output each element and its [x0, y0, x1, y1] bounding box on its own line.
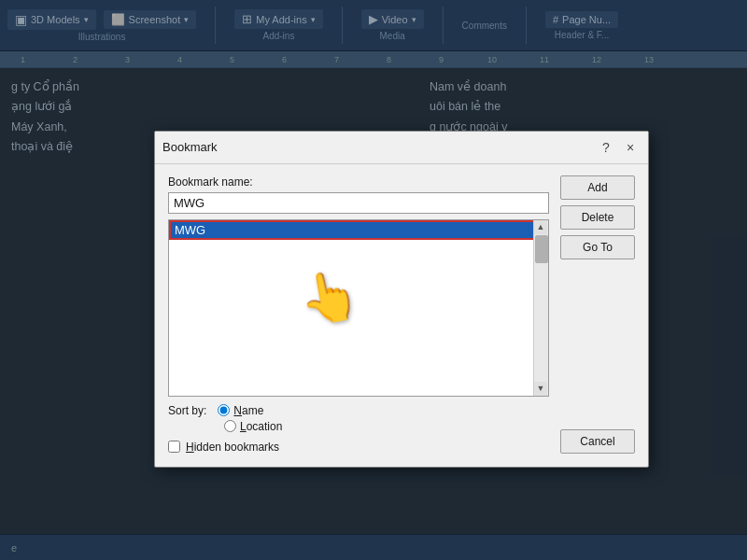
- bookmark-list-item[interactable]: MWG: [169, 220, 548, 240]
- hidden-bookmark-label-underline: H: [186, 441, 194, 454]
- hidden-bookmarks-label[interactable]: Hidden bookmarks: [186, 441, 279, 454]
- sort-section: Sort by: Name Location: [168, 404, 549, 433]
- sort-row-location: Location: [168, 420, 549, 433]
- dialog-left-panel: Bookmark name: MWG ▲ ▼ Sort by:: [168, 175, 549, 454]
- dialog-overlay: Bookmark ? × Bookmark name: MWG ▲ ▼: [0, 0, 747, 560]
- bookmark-name-input[interactable]: [168, 192, 549, 214]
- scrollbar-arrow-down[interactable]: ▼: [534, 382, 547, 396]
- sort-location-label[interactable]: Location: [240, 420, 282, 433]
- sort-name-radio[interactable]: [218, 404, 230, 416]
- sort-row-name: Sort by: Name: [168, 404, 549, 417]
- dialog-close-button[interactable]: ×: [620, 137, 641, 158]
- dialog-controls: ? ×: [596, 137, 641, 158]
- bookmark-list[interactable]: MWG ▲ ▼: [168, 219, 549, 397]
- sort-location-radio[interactable]: [224, 420, 236, 432]
- spacer: [560, 265, 635, 424]
- dialog-titlebar: Bookmark ? ×: [155, 132, 648, 164]
- cancel-button[interactable]: Cancel: [560, 429, 635, 454]
- hidden-bookmarks-row: Hidden bookmarks: [168, 441, 549, 454]
- dialog-help-button[interactable]: ?: [596, 137, 616, 158]
- sort-name-label[interactable]: Name: [233, 404, 263, 417]
- add-button[interactable]: Add: [560, 175, 635, 200]
- dialog-right-panel: Add Delete Go To Cancel: [560, 175, 635, 454]
- delete-button[interactable]: Delete: [560, 205, 635, 230]
- hidden-bookmarks-checkbox[interactable]: [168, 441, 180, 453]
- dialog-body: Bookmark name: MWG ▲ ▼ Sort by:: [155, 164, 648, 467]
- scrollbar-vertical[interactable]: ▲ ▼: [533, 220, 548, 396]
- sort-label: Sort by:: [168, 404, 206, 417]
- bookmark-dialog: Bookmark ? × Bookmark name: MWG ▲ ▼: [154, 131, 649, 468]
- scrollbar-arrow-up[interactable]: ▲: [534, 220, 547, 234]
- dialog-title: Bookmark: [162, 140, 218, 154]
- goto-button[interactable]: Go To: [560, 235, 635, 259]
- bookmark-name-label: Bookmark name:: [168, 175, 549, 189]
- scrollbar-thumb[interactable]: [535, 235, 548, 263]
